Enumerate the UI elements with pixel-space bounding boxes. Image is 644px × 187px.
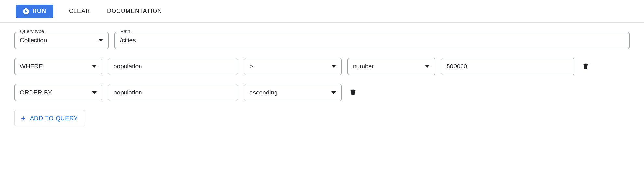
where-field-value: population <box>114 63 142 70</box>
add-to-query-label: ADD TO QUERY <box>30 115 78 122</box>
trash-icon <box>582 66 589 71</box>
query-type-value: Collection <box>20 37 47 44</box>
chevron-down-icon <box>331 91 336 94</box>
where-operator-select[interactable]: > <box>244 58 342 75</box>
query-type-field: Query type Collection <box>14 32 109 49</box>
clear-button[interactable]: CLEAR <box>68 5 91 17</box>
add-to-query-button[interactable]: + ADD TO QUERY <box>14 110 85 126</box>
orderby-direction-value: ascending <box>249 89 278 96</box>
where-value-type-select[interactable]: number <box>347 58 435 75</box>
chevron-down-icon <box>99 39 103 42</box>
query-type-select[interactable]: Collection <box>14 32 109 49</box>
clause-type-select[interactable]: WHERE <box>14 58 102 75</box>
documentation-button[interactable]: DOCUMENTATION <box>106 5 163 17</box>
clause-type-value: WHERE <box>20 63 43 70</box>
plus-icon: + <box>21 114 26 122</box>
query-builder: Query type Collection Path /cities WHERE… <box>0 23 644 136</box>
where-value-type: number <box>353 63 374 70</box>
query-header-row: Query type Collection Path /cities <box>14 32 630 49</box>
delete-orderby-button[interactable] <box>347 86 358 99</box>
path-value: /cities <box>120 37 136 44</box>
play-icon <box>23 8 29 15</box>
run-button-label: RUN <box>33 8 46 15</box>
chevron-down-icon <box>331 65 336 68</box>
orderby-direction-select[interactable]: ascending <box>244 84 342 101</box>
where-clause-row: WHERE population > number 500000 <box>14 58 630 75</box>
where-value-input[interactable]: 500000 <box>441 58 574 75</box>
chevron-down-icon <box>92 91 97 94</box>
where-value: 500000 <box>447 63 467 70</box>
path-label: Path <box>118 29 132 34</box>
orderby-clause-row: ORDER BY population ascending <box>14 84 630 101</box>
query-type-label: Query type <box>18 29 46 34</box>
where-field-input[interactable]: population <box>108 58 238 75</box>
path-field: Path /cities <box>114 32 630 49</box>
chevron-down-icon <box>425 65 430 68</box>
orderby-field-input[interactable]: population <box>108 84 238 101</box>
where-operator-value: > <box>249 63 253 70</box>
clause-type-value: ORDER BY <box>20 89 52 96</box>
toolbar: RUN CLEAR DOCUMENTATION <box>0 0 644 23</box>
chevron-down-icon <box>92 65 97 68</box>
path-input[interactable]: /cities <box>114 32 630 49</box>
delete-where-button[interactable] <box>580 60 591 73</box>
clause-type-select[interactable]: ORDER BY <box>14 84 102 101</box>
trash-icon <box>349 93 356 97</box>
run-button[interactable]: RUN <box>16 5 53 18</box>
orderby-field-value: population <box>114 89 142 96</box>
